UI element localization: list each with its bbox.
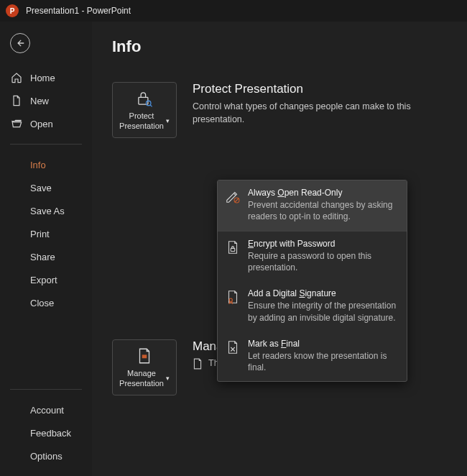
menu-sign-title: Add a Digital Signature xyxy=(248,288,399,299)
protect-section: ProtectPresentation ▾ Protect Presentati… xyxy=(112,82,447,138)
nav-account[interactable]: Account xyxy=(0,398,92,421)
nav-share[interactable]: Share xyxy=(0,245,92,268)
chevron-down-icon: ▾ xyxy=(166,117,170,125)
lock-search-icon xyxy=(135,89,154,108)
menu-final-desc: Let readers know the presentation is fin… xyxy=(248,350,399,373)
menu-digital-signature[interactable]: Add a Digital Signature Ensure the integ… xyxy=(218,281,407,331)
ribbon-document-icon xyxy=(225,288,241,324)
protect-title: Protect Presentation xyxy=(193,82,447,96)
nav-options-label: Options xyxy=(30,451,63,462)
document-manage-icon xyxy=(135,347,154,365)
svg-rect-3 xyxy=(231,248,235,251)
manage-presentation-button[interactable]: ManagePresentation ▾ xyxy=(112,339,177,395)
nav-print-label: Print xyxy=(30,229,50,239)
protect-button-label: ProtectPresentation ▾ xyxy=(119,111,170,130)
nav-new[interactable]: New xyxy=(0,89,92,112)
folder-open-icon xyxy=(10,117,23,130)
menu-encrypt-title: Encrypt with Password xyxy=(248,238,399,250)
svg-rect-5 xyxy=(142,355,147,359)
nav-close-label: Close xyxy=(30,298,54,308)
nav-save-as[interactable]: Save As xyxy=(0,199,92,222)
menu-final-title: Mark as Final xyxy=(248,338,399,349)
nav-separator-bottom xyxy=(10,389,82,390)
nav-secondary: Info Save Save As Print Share Export Clo… xyxy=(0,153,92,314)
nav-save[interactable]: Save xyxy=(0,176,92,199)
window-title: Presentation1 - PowerPoint xyxy=(26,6,131,16)
nav-footer: Account Feedback Options xyxy=(0,398,92,467)
home-icon xyxy=(10,71,23,84)
title-bar: P Presentation1 - PowerPoint xyxy=(0,0,467,22)
lock-document-icon xyxy=(225,238,241,274)
menu-mark-final[interactable]: Mark as Final Let readers know the prese… xyxy=(218,331,407,382)
nav-home[interactable]: Home xyxy=(0,66,92,89)
nav-feedback[interactable]: Feedback xyxy=(0,421,92,444)
backstage-sidebar: Home New Open Info Save Save As Print Sh… xyxy=(0,22,92,476)
menu-sign-desc: Ensure the integrity of the presentation… xyxy=(248,300,399,323)
nav-account-label: Account xyxy=(30,405,64,416)
menu-encrypt-desc: Require a password to open this presenta… xyxy=(248,250,399,273)
nav-home-label: Home xyxy=(30,73,55,83)
nav-info[interactable]: Info xyxy=(0,153,92,176)
menu-readonly-title: Always Open Read-Only xyxy=(248,187,399,198)
nav-options[interactable]: Options xyxy=(0,444,92,467)
protect-presentation-button[interactable]: ProtectPresentation ▾ xyxy=(112,82,177,138)
nav-save-label: Save xyxy=(30,183,52,193)
nav-separator xyxy=(10,144,82,145)
nav-info-label: Info xyxy=(30,160,46,170)
arrow-left-icon xyxy=(15,38,25,48)
nav-export-label: Export xyxy=(30,275,57,285)
info-panel: Info ProtectPresentation ▾ Pro xyxy=(92,22,467,476)
nav-primary: Home New Open xyxy=(0,66,92,135)
nav-open-label: Open xyxy=(30,119,53,129)
nav-new-label: New xyxy=(30,96,49,106)
back-button[interactable] xyxy=(10,33,30,53)
menu-encrypt-password[interactable]: Encrypt with Password Require a password… xyxy=(218,232,407,282)
menu-always-open-readonly[interactable]: Always Open Read-Only Prevent accidental… xyxy=(218,180,407,231)
nav-save-as-label: Save As xyxy=(30,206,65,216)
menu-readonly-desc: Prevent accidental changes by asking rea… xyxy=(248,199,399,222)
nav-share-label: Share xyxy=(30,252,55,262)
protect-presentation-menu: Always Open Read-Only Prevent accidental… xyxy=(217,180,407,382)
document-small-icon xyxy=(193,358,203,370)
nav-open[interactable]: Open xyxy=(0,112,92,135)
pencil-prohibit-icon xyxy=(225,187,241,223)
nav-feedback-label: Feedback xyxy=(30,428,71,439)
nav-print[interactable]: Print xyxy=(0,222,92,245)
chevron-down-icon: ▾ xyxy=(166,375,170,383)
nav-close[interactable]: Close xyxy=(0,291,92,314)
powerpoint-app-icon: P xyxy=(6,4,19,17)
nav-export[interactable]: Export xyxy=(0,268,92,291)
manage-button-label: ManagePresentation ▾ xyxy=(119,369,170,388)
svg-point-1 xyxy=(146,101,151,106)
final-document-icon xyxy=(225,338,241,374)
document-icon xyxy=(10,94,23,107)
page-title: Info xyxy=(112,37,447,56)
protect-description: Control what types of changes people can… xyxy=(193,101,447,126)
